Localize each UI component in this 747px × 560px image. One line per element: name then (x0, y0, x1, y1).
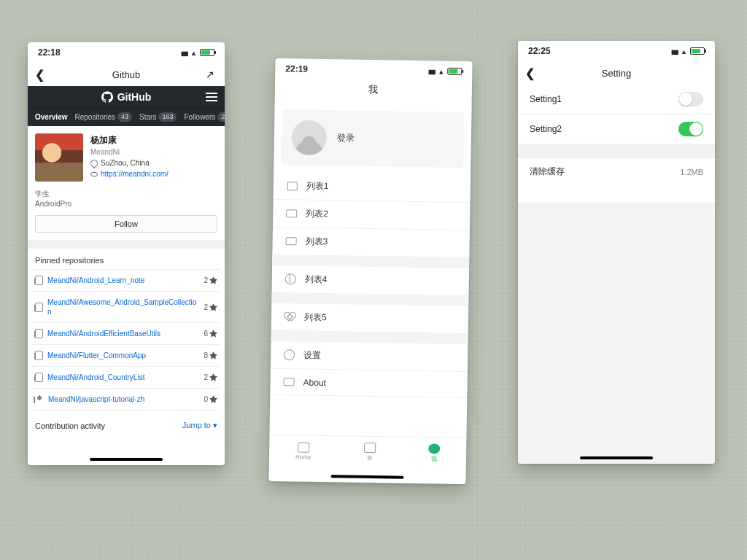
menu-item-label: 设置 (303, 349, 321, 362)
menu-button[interactable] (206, 93, 217, 101)
pinned-repo-list: MeandNi/Android_Learn_note2MeandNi/Aweso… (32, 269, 220, 411)
menu-item[interactable]: 列表4 (272, 265, 470, 296)
pinned-repo-item[interactable]: MeandNi/javascript-tutorial-zh0 (32, 389, 220, 411)
pinned-repo-item[interactable]: MeandNi/AndroidEfficientBaseUtils6 (32, 323, 220, 345)
repo-name: MeandNi/javascript-tutorial-zh (48, 394, 199, 404)
tab-second[interactable]: 单 (364, 443, 376, 462)
contribution-title: Contribution activity (35, 421, 105, 430)
status-time: 22:25 (528, 46, 551, 56)
github-mark-icon (101, 91, 113, 103)
profile-website[interactable]: https://meandni.com/ (101, 168, 169, 179)
tab-stars[interactable]: Stars163 (139, 112, 177, 122)
repo-stars: 0 (204, 395, 217, 403)
status-time: 22:19 (285, 63, 308, 74)
repo-stars: 2 (204, 276, 217, 284)
battery-icon (200, 49, 214, 56)
repo-stars: 6 (204, 330, 217, 338)
cache-size-value: 1.2MB (680, 168, 703, 176)
tab-overview[interactable]: Overview (35, 112, 67, 122)
repo-name: MeandNi/Android_Learn_note (47, 276, 199, 285)
pinned-title: Pinned repositories (28, 249, 225, 269)
clear-cache-row[interactable]: 清除缓存 1.2MB (518, 158, 715, 185)
menu-item[interactable]: 列表2 (273, 200, 471, 230)
tab-followers[interactable]: Followers2 (184, 112, 225, 122)
pinned-repo-item[interactable]: MeandNi/Flutter_CommonApp8 (32, 345, 220, 367)
battery-icon (447, 68, 462, 75)
repo-icon (35, 303, 43, 312)
menu-item[interactable]: 列表3 (272, 228, 470, 258)
repo-icon (35, 276, 43, 285)
home-indicator (90, 458, 163, 461)
link-icon (90, 172, 98, 176)
repo-stars: 2 (204, 373, 217, 381)
battery-icon (690, 47, 705, 55)
status-time: 22:18 (38, 47, 61, 58)
status-bar: 22:19 (275, 58, 472, 82)
mail-icon (283, 376, 294, 387)
back-button[interactable]: ❮ (525, 66, 535, 80)
pinned-repo-item[interactable]: MeandNi/Android_Learn_note2 (32, 270, 220, 292)
setting-label: Setting1 (530, 94, 562, 104)
jump-to-button[interactable]: Jump to (182, 421, 217, 430)
profile-name: 杨加康 (90, 133, 169, 147)
page-title: 我 (275, 79, 472, 105)
wifi-icon (438, 66, 444, 76)
smile-icon (428, 443, 440, 454)
signal-icon (428, 66, 435, 76)
status-bar: 22:25 (518, 41, 715, 61)
menu-item[interactable]: 设置 (271, 341, 468, 372)
repo-icon (35, 329, 43, 338)
open-external-icon[interactable]: ↗ (206, 69, 214, 80)
repo-name: MeandNi/AndroidEfficientBaseUtils (47, 329, 199, 338)
profile-handle: MeandNi (90, 147, 169, 158)
setting-row-2: Setting2 (518, 114, 715, 144)
bag-icon (364, 443, 376, 453)
menu-item[interactable]: 列表5 (271, 303, 469, 334)
avatar[interactable] (35, 133, 83, 182)
globe-icon (285, 273, 296, 284)
avatar-placeholder-icon (291, 120, 327, 155)
menu-item[interactable]: 列表1 (274, 172, 471, 203)
setting-label: Setting2 (530, 124, 562, 134)
repo-name: MeandNi/Flutter_CommonApp (47, 351, 199, 360)
profile-location: SuZhou, China (101, 158, 150, 168)
home-indicator (580, 456, 653, 459)
menu-item-label: About (303, 377, 326, 387)
follow-button[interactable]: Follow (35, 215, 217, 233)
menu-item-label: 列表2 (306, 208, 328, 220)
repo-icon (35, 373, 43, 382)
tab-repositories[interactable]: Repositories43 (74, 112, 132, 122)
menu-item-label: 列表4 (305, 273, 328, 286)
setting2-toggle[interactable] (678, 122, 703, 136)
status-icons (671, 46, 705, 56)
pinned-repo-item[interactable]: MeandNi/Awesome_Android_SampleCollection… (32, 292, 220, 323)
clear-cache-label: 清除缓存 (530, 166, 565, 178)
menu-item[interactable]: About (270, 369, 468, 398)
pinned-repo-item[interactable]: MeandNi/Android_CountryList2 (32, 367, 220, 389)
tab-me[interactable]: 我 (428, 443, 440, 463)
phone-setting: 22:25 ❮ Setting Setting1 Setting2 清除缓存 1… (518, 41, 715, 464)
repo-name: MeandNi/Android_CountryList (47, 373, 199, 382)
github-logo: GitHub (101, 91, 152, 103)
phone-github: 22:18 ❮ Github ↗ GitHub Overview Reposit… (28, 42, 225, 465)
menu-group-3: 列表5 (271, 303, 469, 334)
mail-icon (286, 208, 297, 219)
empty-area (518, 203, 715, 464)
setting1-toggle[interactable] (678, 92, 703, 106)
page-title: Setting (602, 68, 631, 79)
menu-group-4: 设置About (270, 341, 468, 398)
bottom-tab-bar: Home 单 我 (269, 435, 467, 470)
tab-home[interactable]: Home (295, 442, 311, 460)
wifi-icon (190, 47, 197, 58)
back-button[interactable]: ❮ (35, 68, 44, 82)
home-icon (298, 442, 309, 452)
login-card[interactable]: 登录 (281, 109, 464, 168)
repo-icon (35, 395, 44, 404)
wifi-icon (681, 46, 687, 56)
github-header: GitHub Overview Repositories43 Stars163 … (28, 86, 225, 126)
profile-block: 杨加康 MeandNi SuZhou, China https://meandn… (28, 126, 225, 189)
heart-icon (285, 311, 295, 322)
phone-me: 22:19 我 登录 列表1列表2列表3 列表4 列表5 设置About Hom… (268, 58, 472, 484)
profile-bio: 学生 AndroidPro (28, 189, 225, 215)
book-icon (287, 180, 298, 191)
